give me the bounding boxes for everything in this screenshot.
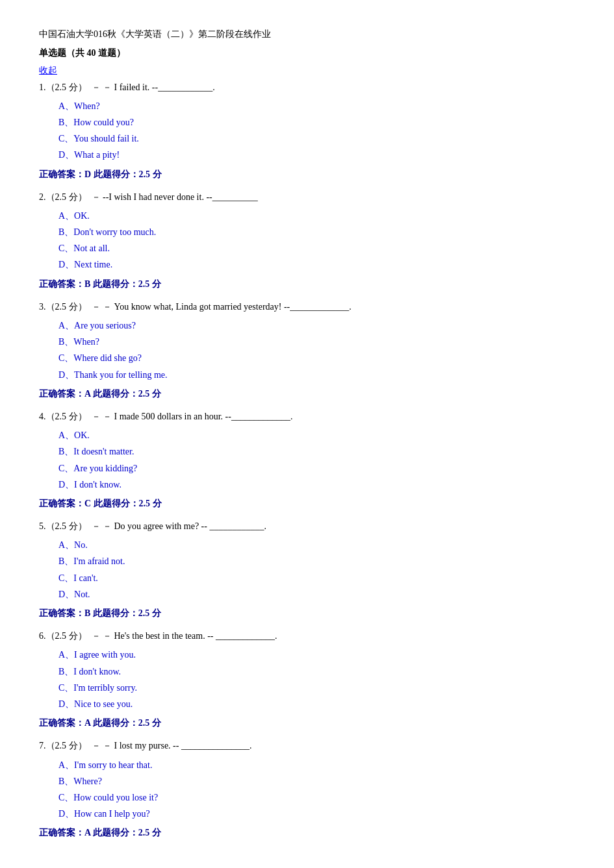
- option-4-D[interactable]: D、I don't know.: [58, 477, 575, 493]
- question-block-2: 2.（2.5 分） － --I wish I had never done it…: [39, 189, 575, 292]
- option-4-A[interactable]: A、OK.: [58, 427, 575, 443]
- option-5-A[interactable]: A、No.: [58, 537, 575, 553]
- question-block-4: 4.（2.5 分） － － I made 500 dollars in an h…: [39, 408, 575, 512]
- question-block-1: 1.（2.5 分） － － I failed it. --___________…: [39, 79, 575, 182]
- answer-2: 正确答案：B 此题得分：2.5 分: [39, 276, 575, 292]
- collapse-link[interactable]: 收起: [39, 62, 575, 79]
- option-2-C[interactable]: C、Not at all.: [58, 240, 575, 256]
- answer-1: 正确答案：D 此题得分：2.5 分: [39, 166, 575, 182]
- question-text-7: 7.（2.5 分） － － I lost my purse. -- ______…: [39, 738, 575, 754]
- answer-7: 正确答案：A 此题得分：2.5 分: [39, 825, 575, 841]
- page-title: 中国石油大学016秋《大学英语（二）》第二阶段在线作业: [39, 26, 575, 42]
- option-3-D[interactable]: D、Thank you for telling me.: [58, 367, 575, 383]
- option-4-B[interactable]: B、It doesn't matter.: [58, 443, 575, 460]
- option-6-A[interactable]: A、I agree with you.: [58, 647, 575, 663]
- question-text-5: 5.（2.5 分） － － Do you agree with me? -- _…: [39, 518, 575, 534]
- question-text-6: 6.（2.5 分） － － He's the best in the team.…: [39, 628, 575, 644]
- option-6-C[interactable]: C、I'm terribly sorry.: [58, 680, 575, 696]
- option-5-B[interactable]: B、I'm afraid not.: [58, 553, 575, 569]
- option-7-C[interactable]: C、How could you lose it?: [58, 789, 575, 806]
- answer-4: 正确答案：C 此题得分：2.5 分: [39, 495, 575, 512]
- option-2-A[interactable]: A、OK.: [58, 208, 575, 224]
- option-6-B[interactable]: B、I don't know.: [58, 663, 575, 680]
- option-2-D[interactable]: D、Next time.: [58, 256, 575, 273]
- answer-6: 正确答案：A 此题得分：2.5 分: [39, 715, 575, 731]
- option-1-A[interactable]: A、When?: [58, 98, 575, 114]
- option-3-C[interactable]: C、Where did she go?: [58, 350, 575, 366]
- question-text-2: 2.（2.5 分） － --I wish I had never done it…: [39, 189, 575, 205]
- option-7-A[interactable]: A、I'm sorry to hear that.: [58, 757, 575, 773]
- option-1-D[interactable]: D、What a pity!: [58, 147, 575, 163]
- option-5-D[interactable]: D、Not.: [58, 586, 575, 602]
- option-5-C[interactable]: C、I can't.: [58, 570, 575, 586]
- page-subtitle: 单选题（共 40 道题）: [39, 45, 575, 61]
- page-container: 中国石油大学016秋《大学英语（二）》第二阶段在线作业 单选题（共 40 道题）…: [39, 26, 575, 841]
- question-text-4: 4.（2.5 分） － － I made 500 dollars in an h…: [39, 408, 575, 425]
- answer-5: 正确答案：B 此题得分：2.5 分: [39, 605, 575, 621]
- option-2-B[interactable]: B、Don't worry too much.: [58, 224, 575, 240]
- question-block-7: 7.（2.5 分） － － I lost my purse. -- ______…: [39, 738, 575, 841]
- option-3-A[interactable]: A、Are you serious?: [58, 317, 575, 334]
- option-7-D[interactable]: D、How can I help you?: [58, 806, 575, 822]
- option-1-B[interactable]: B、How could you?: [58, 114, 575, 130]
- option-3-B[interactable]: B、When?: [58, 334, 575, 350]
- questions-list: 1.（2.5 分） － － I failed it. --___________…: [39, 79, 575, 841]
- question-block-3: 3.（2.5 分） － － You know what, Linda got m…: [39, 299, 575, 402]
- option-7-B[interactable]: B、Where?: [58, 773, 575, 789]
- option-4-C[interactable]: C、Are you kidding?: [58, 460, 575, 477]
- question-text-3: 3.（2.5 分） － － You know what, Linda got m…: [39, 299, 575, 315]
- question-text-1: 1.（2.5 分） － － I failed it. --___________…: [39, 79, 575, 95]
- answer-3: 正确答案：A 此题得分：2.5 分: [39, 386, 575, 402]
- option-1-C[interactable]: C、You should fail it.: [58, 130, 575, 147]
- option-6-D[interactable]: D、Nice to see you.: [58, 696, 575, 712]
- question-block-6: 6.（2.5 分） － － He's the best in the team.…: [39, 628, 575, 731]
- question-block-5: 5.（2.5 分） － － Do you agree with me? -- _…: [39, 518, 575, 621]
